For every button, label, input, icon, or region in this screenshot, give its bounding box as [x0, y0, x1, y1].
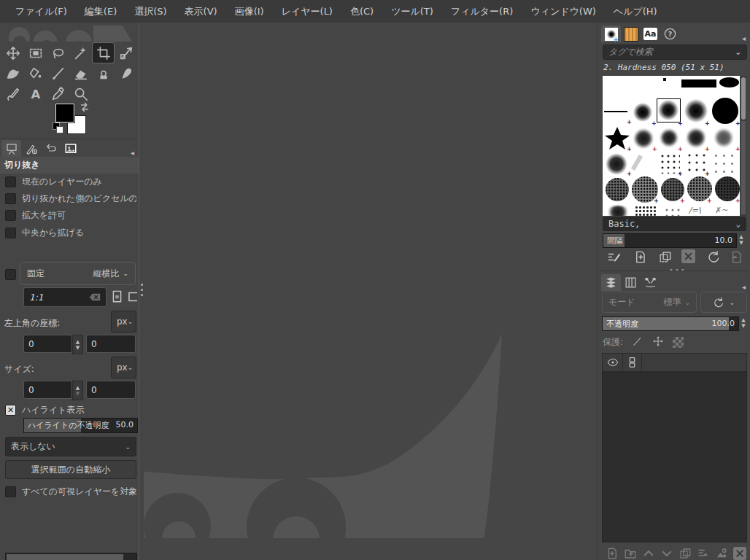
duplicate-brush-button[interactable]	[658, 250, 672, 266]
brush-thumbnail[interactable]: /=\	[689, 206, 709, 216]
duplicate-layer-button[interactable]	[679, 547, 692, 560]
tool-clone[interactable]	[93, 63, 114, 83]
tab-brushes[interactable]: +	[601, 26, 621, 42]
tool-move[interactable]	[2, 43, 23, 63]
delete-layer-button[interactable]	[733, 547, 746, 560]
menu-image[interactable]: 画像(I)	[227, 2, 272, 21]
checkbox-icon[interactable]	[5, 210, 16, 221]
brush-thumbnail[interactable]	[633, 128, 654, 149]
menu-tools[interactable]: ツール(T)	[383, 2, 441, 21]
size-unit-dropdown[interactable]: px⌄	[111, 357, 136, 378]
tab-fonts[interactable]: Aa	[641, 26, 660, 42]
tool-rectangle-select[interactable]	[25, 43, 46, 63]
tool-ink[interactable]	[2, 84, 23, 104]
aspect-ratio-entry[interactable]: 1:1	[23, 287, 107, 307]
raise-layer-button[interactable]	[642, 547, 655, 560]
tab-tool-options[interactable]	[1, 140, 21, 157]
brush-grid[interactable]: + + + + + + + + + +	[603, 76, 740, 216]
lock-alpha-icon[interactable]	[673, 337, 684, 348]
size-height-field[interactable]: 0	[86, 381, 136, 399]
option-current-layer[interactable]: 現在のレイヤーのみ	[5, 176, 136, 188]
new-layer-button[interactable]	[606, 547, 619, 560]
tab-patterns[interactable]	[621, 26, 641, 42]
brush-filter-dropdown[interactable]: Basic, ⌄	[603, 217, 746, 231]
checkbox-icon[interactable]	[5, 486, 16, 497]
brush-spacing-spinner[interactable]: ▲▼	[737, 233, 746, 246]
option-allow-grow[interactable]: 拡大を許可	[5, 209, 136, 222]
brush-thumbnail[interactable]	[719, 77, 739, 88]
refresh-brushes-button[interactable]	[706, 250, 720, 266]
lower-layer-button[interactable]	[660, 547, 673, 560]
menu-help[interactable]: ヘルプ(H)	[606, 2, 665, 21]
menu-colors[interactable]: 色(C)	[342, 2, 382, 21]
tab-menu-icon[interactable]: ◂	[131, 149, 134, 157]
position-unit-dropdown[interactable]: px⌄	[111, 311, 136, 332]
option-delete-pixels[interactable]: 切り抜かれた側のピクセルの削除	[5, 192, 136, 205]
tool-transform[interactable]	[115, 43, 136, 63]
menu-edit[interactable]: 編集(E)	[77, 2, 125, 21]
tab-images[interactable]	[61, 140, 80, 157]
tab-help[interactable]: ?	[660, 26, 680, 42]
menu-select[interactable]: 選択(S)	[126, 2, 174, 21]
brush-thumbnail[interactable]	[604, 111, 627, 112]
swap-colors-icon[interactable]	[79, 101, 90, 113]
layer-mode-frame[interactable]: モード 標準 ⌄	[602, 292, 697, 313]
menu-file[interactable]: ファイル(F)	[7, 2, 75, 21]
brush-grid-scrollbar[interactable]	[741, 76, 746, 216]
tool-paintbrush[interactable]	[47, 63, 69, 83]
clear-entry-icon[interactable]	[89, 292, 101, 302]
brush-thumbnail[interactable]	[712, 98, 738, 124]
layer-opacity-slider[interactable]: 不透明度 100.0	[602, 316, 739, 331]
checkbox-checked-icon[interactable]: ✕	[5, 405, 16, 416]
brush-selected-frame[interactable]	[657, 98, 681, 122]
tool-smudge[interactable]	[115, 63, 136, 83]
fixed-value[interactable]: 縦横比	[93, 268, 119, 280]
tool-gradient[interactable]	[2, 63, 23, 83]
new-brush-button[interactable]	[633, 250, 647, 266]
menu-filters[interactable]: フィルター(R)	[443, 2, 521, 21]
merge-layer-button[interactable]	[697, 547, 710, 560]
tool-free-select[interactable]	[47, 43, 69, 63]
tab-menu-icon[interactable]: ◂	[742, 283, 746, 291]
brush-thumbnail[interactable]	[605, 127, 630, 150]
fixed-checkbox[interactable]	[5, 269, 16, 280]
position-y-field[interactable]: 0	[86, 335, 136, 353]
link-chain-icon[interactable]	[623, 354, 642, 371]
menu-view[interactable]: 表示(V)	[177, 2, 225, 21]
landscape-orientation-button[interactable]	[127, 290, 137, 306]
foreground-color-swatch[interactable]	[55, 104, 74, 122]
layer-mode-switch-button[interactable]: ⌄	[700, 292, 747, 313]
brush-thumbnail[interactable]	[660, 128, 679, 147]
brush-tag-search[interactable]: タグで検索 ⌄	[603, 44, 747, 60]
default-colors-icon[interactable]	[53, 122, 63, 133]
option-expand-center[interactable]: 中央から拡げる	[5, 227, 136, 239]
brush-thumbnail[interactable]: ✗~	[715, 206, 737, 216]
tab-menu-icon[interactable]: ◂	[742, 34, 746, 42]
brush-thumbnail[interactable]	[663, 78, 666, 81]
fixed-frame[interactable]: 固定 縦横比 ⌄	[20, 262, 136, 285]
guides-dropdown[interactable]: 表示しない⌄	[5, 437, 136, 456]
brush-thumbnail[interactable]	[664, 207, 681, 216]
portrait-orientation-button[interactable]	[111, 289, 123, 307]
tool-text[interactable]: A	[25, 84, 46, 104]
layer-list[interactable]	[602, 372, 747, 542]
brush-thumbnail[interactable]	[684, 99, 708, 122]
position-spinner[interactable]: ▲▼	[72, 335, 83, 354]
lock-position-icon[interactable]	[652, 335, 664, 349]
checkbox-icon[interactable]	[5, 193, 16, 204]
delete-brush-button[interactable]	[681, 249, 695, 263]
tab-paths[interactable]	[641, 274, 660, 291]
open-brush-as-image-button[interactable]	[730, 250, 743, 266]
brush-thumbnail[interactable]	[633, 103, 652, 122]
tool-color-picker[interactable]	[47, 84, 69, 104]
option-shrink-merged[interactable]: すべての可視レイヤーを対象にする	[5, 486, 136, 498]
tool-crop[interactable]	[93, 43, 114, 63]
tool-zoom[interactable]	[70, 84, 91, 104]
tool-options-hscrollbar[interactable]	[5, 553, 137, 560]
brush-thumbnail[interactable]	[714, 128, 734, 147]
brush-thumbnail[interactable]	[606, 153, 627, 175]
layer-opacity-spinner[interactable]: ▲▼	[739, 316, 748, 330]
brush-thumbnail[interactable]	[606, 178, 629, 201]
canvas-area[interactable]	[143, 23, 597, 560]
brush-thumbnail[interactable]	[681, 79, 716, 88]
